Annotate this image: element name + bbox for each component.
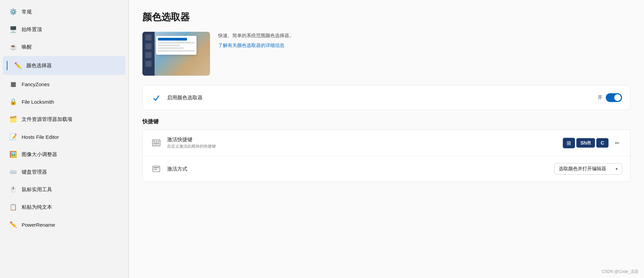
sidebar-label-power-rename: PowerRename (22, 222, 55, 228)
edit-shortcut-button[interactable]: ✏ (612, 138, 622, 148)
hero-card: 快速、简单的系统范围颜色选择器。 了解有关颜色选取器的详细信息 (142, 32, 630, 76)
svg-rect-3 (158, 141, 159, 142)
hero-dot-3 (145, 52, 152, 58)
shortcut-card: 激活快捷键 自定义激活此模块的快捷键 ⊞ Shift C ✏ 激活方式 (142, 129, 630, 182)
sidebar-item-awake[interactable]: ☕唤醒 (3, 39, 125, 55)
sidebar-icon-image-resizer: 🖼️ (9, 151, 17, 158)
sidebar-icon-power-rename: ✏️ (9, 221, 17, 228)
shortcut-heading: 快捷键 (142, 118, 630, 125)
hero-description: 快速、简单的系统范围颜色选择器。 (218, 32, 630, 39)
sidebar-icon-keyboard-manager: ⌨️ (9, 168, 17, 176)
sidebar-icon-paste-as-text: 📋 (9, 203, 17, 211)
svg-rect-5 (153, 145, 159, 145)
activate-mode-dropdown[interactable]: 选取颜色并打开编辑器 ▾ (554, 163, 622, 175)
toggle-knob (614, 94, 621, 101)
sidebar: ⚙️常规🖥️始终置顶☕唤醒✏️颜色选择器▦FancyZones🔒File Loc… (0, 0, 129, 278)
sidebar-item-general[interactable]: ⚙️常规 (3, 3, 125, 20)
sidebar-label-fancyzones: FancyZones (22, 81, 50, 87)
dropdown-arrow-icon: ▾ (616, 167, 618, 171)
sidebar-item-image-resizer[interactable]: 🖼️图像大小调整器 (3, 146, 125, 163)
hero-row-3 (158, 47, 184, 49)
shortcut-keys: ⊞ Shift C ✏ (563, 138, 622, 148)
sidebar-label-paste-as-text: 粘贴为纯文本 (22, 204, 52, 210)
sidebar-icon-mouse-utils: 🖱️ (9, 186, 17, 193)
enable-row: 启用颜色选取器 开 (143, 85, 630, 110)
toggle-status: 开 (598, 95, 602, 101)
shift-key[interactable]: Shift (576, 138, 595, 148)
sidebar-icon-hosts-file-editor: 📝 (9, 133, 17, 141)
activate-shortcut-row: 激活快捷键 自定义激活此模块的快捷键 ⊞ Shift C ✏ (143, 130, 630, 156)
svg-rect-4 (153, 143, 159, 144)
enable-label: 启用颜色选取器 (167, 95, 592, 101)
svg-rect-2 (156, 141, 157, 142)
sidebar-label-file-locksmith: File Locksmith (22, 99, 54, 105)
hero-overlay (156, 36, 197, 55)
windows-key[interactable]: ⊞ (563, 138, 575, 148)
sidebar-label-awake: 唤醒 (22, 44, 32, 50)
activate-shortcut-sublabel: 自定义激活此模块的快捷键 (167, 144, 557, 149)
sidebar-item-file-explorer[interactable]: 🗂️文件资源管理器加载项 (3, 111, 125, 128)
sidebar-icon-general: ⚙️ (9, 8, 17, 16)
hero-dot-1 (145, 34, 152, 41)
sidebar-label-keyboard-manager: 键盘管理器 (22, 169, 47, 175)
sidebar-item-keyboard-manager[interactable]: ⌨️键盘管理器 (3, 163, 125, 180)
svg-rect-1 (153, 141, 155, 142)
hero-text: 快速、简单的系统范围颜色选择器。 了解有关颜色选取器的详细信息 (218, 32, 630, 49)
svg-rect-7 (154, 167, 159, 168)
sidebar-item-mouse-utils[interactable]: 🖱️鼠标实用工具 (3, 181, 125, 198)
sidebar-item-file-locksmith[interactable]: 🔒File Locksmith (3, 93, 125, 110)
hero-dot-2 (145, 43, 152, 49)
hero-row-2 (158, 45, 180, 46)
sidebar-item-always-on-top[interactable]: 🖥️始终置顶 (3, 21, 125, 38)
hero-row-1 (158, 42, 194, 44)
sidebar-icon-file-explorer: 🗂️ (9, 116, 17, 123)
hero-dot-4 (145, 61, 152, 67)
sidebar-label-mouse-utils: 鼠标实用工具 (22, 186, 52, 193)
sidebar-icon-color-picker: ✏️ (14, 62, 22, 69)
activate-mode-icon (151, 163, 162, 174)
sidebar-label-file-explorer: 文件资源管理器加载项 (22, 116, 72, 123)
enable-toggle[interactable] (606, 93, 622, 102)
sidebar-item-hosts-file-editor[interactable]: 📝Hosts File Editor (3, 128, 125, 145)
sidebar-label-always-on-top: 始终置顶 (22, 26, 42, 33)
enable-card: 启用颜色选取器 开 (142, 85, 630, 110)
enable-control: 开 (598, 93, 622, 102)
sidebar-item-fancyzones[interactable]: ▦FancyZones (3, 76, 125, 93)
hero-image (142, 32, 210, 76)
sidebar-item-power-rename[interactable]: ✏️PowerRename (3, 216, 125, 233)
sidebar-item-color-picker[interactable]: ✏️颜色选择器 (3, 56, 125, 75)
activate-mode-control: 选取颜色并打开编辑器 ▾ (554, 163, 622, 175)
page-title: 颜色选取器 (142, 11, 630, 24)
sidebar-label-general: 常规 (22, 9, 32, 15)
svg-rect-8 (154, 169, 157, 170)
activate-mode-row: 激活方式 选取颜色并打开编辑器 ▾ (143, 156, 630, 181)
activate-shortcut-icon (151, 137, 162, 148)
sidebar-item-paste-as-text[interactable]: 📋粘贴为纯文本 (3, 199, 125, 216)
sidebar-label-hosts-file-editor: Hosts File Editor (22, 134, 59, 140)
sidebar-label-color-picker: 颜色选择器 (26, 62, 52, 69)
main-content: 颜色选取器 快速、简单的系统范围颜色选择器。 了解有关颜色选取器的详细信息 (129, 0, 644, 278)
watermark: CSDN @Code_流苏 (602, 269, 639, 275)
hero-sidebar-strip (142, 32, 155, 76)
c-key[interactable]: C (596, 138, 608, 148)
hero-row-4 (158, 50, 194, 52)
sidebar-label-image-resizer: 图像大小调整器 (22, 151, 57, 158)
hero-bar (158, 38, 187, 41)
sidebar-icon-awake: ☕ (9, 43, 17, 51)
sidebar-icon-always-on-top: 🖥️ (9, 26, 17, 33)
sidebar-icon-file-locksmith: 🔒 (9, 98, 17, 105)
active-indicator (7, 61, 7, 70)
activate-mode-text: 激活方式 (167, 166, 549, 172)
sidebar-icon-fancyzones: ▦ (9, 80, 17, 88)
hero-link[interactable]: 了解有关颜色选取器的详细信息 (218, 43, 284, 48)
enable-icon (151, 92, 162, 103)
activate-mode-label: 激活方式 (167, 166, 549, 172)
enable-text: 启用颜色选取器 (167, 95, 592, 101)
activate-shortcut-text: 激活快捷键 自定义激活此模块的快捷键 (167, 136, 557, 149)
activate-shortcut-label: 激活快捷键 (167, 136, 557, 143)
activate-mode-value: 选取颜色并打开编辑器 (559, 166, 606, 172)
